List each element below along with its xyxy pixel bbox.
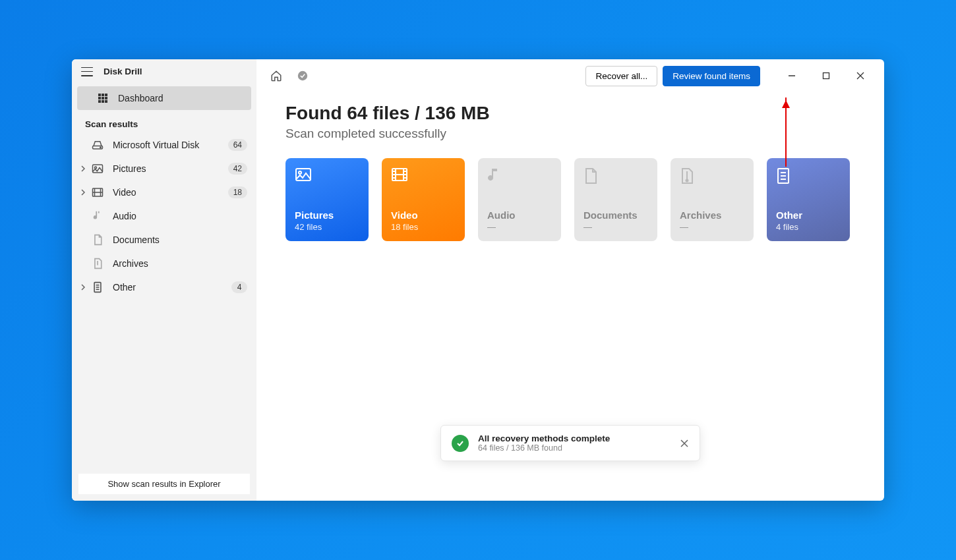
maximize-button[interactable] <box>812 66 841 86</box>
sidebar-item-video[interactable]: Video 18 <box>72 181 256 204</box>
audio-label: Audio <box>113 211 247 221</box>
home-icon[interactable] <box>266 65 287 86</box>
hamburger-icon[interactable] <box>81 67 93 76</box>
minimize-button[interactable] <box>777 66 806 86</box>
card-pictures[interactable]: Pictures 42 files <box>285 158 369 241</box>
card-subtitle: — <box>487 222 552 232</box>
app-window: Disk Drill Dashboard Scan results Micros… <box>72 59 884 501</box>
archives-label: Archives <box>113 258 247 269</box>
toast-close-button[interactable] <box>680 439 689 448</box>
pictures-icon <box>295 167 312 184</box>
dashboard-icon <box>97 92 109 104</box>
show-in-explorer-button[interactable]: Show scan results in Explorer <box>78 474 250 494</box>
check-icon <box>452 435 469 452</box>
chevron-right-icon <box>80 284 86 291</box>
svg-rect-4 <box>102 97 104 99</box>
documents-icon <box>92 234 104 246</box>
other-icon <box>776 167 793 184</box>
chevron-right-icon <box>80 189 86 196</box>
audio-icon <box>92 210 104 222</box>
sidebar-item-audio[interactable]: Audio <box>72 204 256 228</box>
svg-rect-8 <box>105 100 107 103</box>
video-label: Video <box>113 187 219 198</box>
card-audio[interactable]: Audio — <box>478 158 561 241</box>
other-icon <box>92 281 104 293</box>
video-icon <box>92 186 104 198</box>
scan-results-header: Scan results <box>72 113 256 133</box>
card-video[interactable]: Video 18 files <box>382 158 465 241</box>
svg-rect-0 <box>98 94 101 96</box>
archives-icon <box>92 258 104 269</box>
pictures-icon <box>92 163 104 175</box>
card-subtitle: — <box>583 222 648 232</box>
pictures-label: Pictures <box>113 163 219 174</box>
sidebar-item-archives[interactable]: Archives <box>72 252 256 275</box>
svg-point-35 <box>686 180 688 182</box>
svg-rect-6 <box>98 100 101 103</box>
topbar: Recover all... Review found items <box>256 59 884 92</box>
pictures-count: 42 <box>228 163 247 175</box>
svg-rect-1 <box>102 94 104 96</box>
card-title: Video <box>391 210 456 221</box>
sidebar-item-dashboard[interactable]: Dashboard <box>77 86 251 110</box>
card-subtitle: — <box>680 222 744 232</box>
toast-subtitle: 64 files / 136 MB found <box>478 443 610 453</box>
card-title: Pictures <box>295 210 359 221</box>
main-panel: Recover all... Review found items Found … <box>256 59 884 501</box>
sidebar-item-documents[interactable]: Documents <box>72 228 256 252</box>
svg-point-25 <box>299 171 301 174</box>
card-subtitle: 18 files <box>391 222 456 232</box>
toast-title: All recovery methods complete <box>478 434 610 443</box>
svg-point-21 <box>298 71 307 80</box>
chevron-right-icon <box>80 165 86 172</box>
completion-toast: All recovery methods complete 64 files /… <box>440 425 700 461</box>
svg-point-9 <box>100 147 102 148</box>
card-documents[interactable]: Documents — <box>574 158 657 241</box>
card-other[interactable]: Other 4 files <box>767 158 850 241</box>
svg-rect-2 <box>105 94 107 96</box>
dashboard-label: Dashboard <box>118 93 242 103</box>
other-label: Other <box>113 282 222 293</box>
app-title: Disk Drill <box>104 67 142 76</box>
card-title: Audio <box>487 210 552 221</box>
card-archives[interactable]: Archives — <box>671 158 754 241</box>
category-cards: Pictures 42 files Video 18 files Audio —… <box>285 158 855 241</box>
card-title: Archives <box>680 210 744 221</box>
sidebar-item-pictures[interactable]: Pictures 42 <box>72 157 256 181</box>
content: Found 64 files / 136 MB Scan completed s… <box>256 92 884 252</box>
documents-icon <box>583 167 601 184</box>
svg-rect-23 <box>823 73 829 79</box>
video-count: 18 <box>228 186 247 198</box>
close-button[interactable] <box>846 66 875 86</box>
recover-all-button[interactable]: Recover all... <box>585 66 657 86</box>
svg-rect-24 <box>296 169 311 181</box>
sidebar-header: Disk Drill <box>72 59 256 84</box>
sidebar-item-other[interactable]: Other 4 <box>72 275 256 299</box>
checkmark-status-icon <box>292 65 313 86</box>
svg-point-11 <box>95 167 97 169</box>
review-found-items-button[interactable]: Review found items <box>663 66 760 86</box>
sidebar-item-disk[interactable]: Microsoft Virtual Disk 64 <box>72 133 256 157</box>
archives-icon <box>680 167 697 184</box>
video-icon <box>391 167 408 184</box>
page-subtitle: Scan completed successfully <box>285 126 855 141</box>
audio-icon <box>487 167 504 184</box>
sidebar: Disk Drill Dashboard Scan results Micros… <box>72 59 256 501</box>
disk-label: Microsoft Virtual Disk <box>113 140 219 150</box>
svg-rect-3 <box>98 97 101 99</box>
card-title: Documents <box>583 210 648 221</box>
svg-rect-5 <box>105 97 107 99</box>
svg-rect-7 <box>102 100 104 103</box>
svg-rect-10 <box>93 165 103 173</box>
other-count: 4 <box>231 281 247 293</box>
disk-count: 64 <box>228 139 247 151</box>
card-subtitle: 42 files <box>295 222 359 232</box>
card-subtitle: 4 files <box>776 222 841 232</box>
disk-icon <box>92 139 104 151</box>
page-title: Found 64 files / 136 MB <box>285 103 855 124</box>
annotation-arrow <box>785 98 787 167</box>
documents-label: Documents <box>113 235 247 245</box>
card-title: Other <box>776 210 841 221</box>
